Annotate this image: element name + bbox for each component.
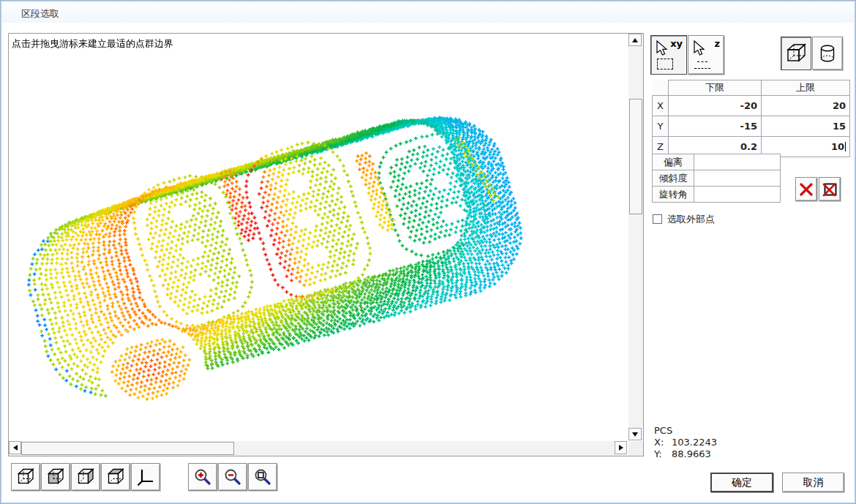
section-select-dialog: 区段选取 点击并拖曳游标来建立最适的点群边界 (0, 0, 856, 504)
view-top-button[interactable] (101, 463, 130, 491)
view-axis-button[interactable] (131, 463, 160, 491)
limits-table: 下限 上限 X -20 20 Y -15 15 Z 0.2 10 (652, 80, 850, 157)
limits-corner-cell (653, 80, 669, 96)
select-outer-points-checkbox[interactable] (653, 214, 662, 224)
zoom-in-icon (193, 467, 212, 486)
xy-dashed-rect-icon (657, 59, 673, 69)
readout-y-line: Y:88.9663 (654, 448, 717, 460)
scroll-up-button[interactable] (628, 34, 642, 46)
clear-selection-button[interactable] (795, 177, 817, 201)
down-arrow-icon (632, 432, 638, 437)
view-iso-button[interactable] (11, 463, 40, 491)
select-xy-button[interactable]: xy (650, 35, 687, 75)
pose-table: 偏离 倾斜度 旋转角 (652, 154, 781, 203)
point-cloud-canvas[interactable] (9, 34, 627, 440)
cube-side-face-icon (76, 467, 95, 486)
cube-front-face-icon (46, 467, 65, 486)
x-lower-field[interactable]: -20 (669, 96, 762, 116)
z-dashed-line-icon (697, 61, 707, 62)
scroll-right-button[interactable] (615, 441, 627, 454)
titlebar[interactable]: 区段选取 (2, 2, 854, 23)
box-bound-button[interactable] (781, 37, 811, 70)
pose-row-offset: 偏离 (653, 154, 781, 170)
dialog-title: 区段选取 (21, 7, 59, 20)
coordinate-readout: PCS X:103.2243 Y:88.9663 (654, 425, 717, 460)
ok-button[interactable]: 确定 (710, 473, 773, 492)
select-outer-points-label: 选取外部点 (667, 213, 715, 226)
offset-field[interactable] (694, 154, 781, 170)
clear-all-button[interactable] (819, 177, 841, 201)
cylinder-icon (816, 42, 838, 64)
y-lower-field[interactable]: -15 (669, 116, 762, 137)
zoom-window-button[interactable] (248, 463, 277, 491)
rotation-field[interactable] (694, 187, 781, 203)
right-arrow-icon (619, 445, 623, 451)
viewport-frame: 点击并拖曳游标来建立最适的点群边界 (8, 33, 644, 456)
cursor-arrow-icon (691, 40, 709, 58)
scroll-left-button[interactable] (9, 441, 21, 454)
axis-label-x: X (653, 96, 669, 116)
select-z-label: z (714, 38, 720, 49)
readout-x-value: 103.2243 (672, 437, 717, 448)
cursor-arrow-icon (654, 40, 672, 58)
scroll-down-button[interactable] (628, 428, 642, 440)
tilt-label: 倾斜度 (653, 170, 694, 187)
offset-label: 偏离 (653, 154, 694, 170)
cube-top-face-icon (106, 467, 125, 486)
horizontal-scrollbar[interactable] (9, 441, 627, 456)
select-z-button[interactable]: z (688, 35, 724, 75)
cancel-button[interactable]: 取消 (782, 473, 844, 492)
up-arrow-icon (632, 38, 638, 42)
axis-icon (136, 467, 155, 486)
pose-row-rotation: 旋转角 (653, 187, 781, 203)
scrollbar-corner (628, 441, 643, 456)
left-arrow-icon (13, 445, 18, 451)
limits-row-x: X -20 20 (653, 96, 850, 116)
vertical-scroll-thumb[interactable] (629, 99, 642, 214)
view-side-button[interactable] (71, 463, 100, 491)
box-icon (785, 42, 807, 64)
zoom-out-button[interactable] (218, 463, 247, 491)
pose-row-tilt: 倾斜度 (653, 170, 781, 187)
limits-row-y: Y -15 15 (653, 116, 850, 137)
y-upper-field[interactable]: 15 (762, 116, 850, 137)
select-xy-label: xy (670, 38, 683, 49)
vertical-scrollbar[interactable] (628, 34, 643, 440)
readout-y-value: 88.9663 (672, 448, 711, 459)
zoom-window-icon (253, 467, 272, 486)
view-front-button[interactable] (41, 463, 70, 491)
zoom-out-icon (223, 467, 242, 486)
text-caret (845, 142, 846, 151)
upper-limit-header: 上限 (762, 80, 850, 96)
cube-wireframe-icon (16, 467, 35, 486)
zoom-in-button[interactable] (188, 463, 217, 491)
viewport-hint: 点击并拖曳游标来建立最适的点群边界 (12, 37, 173, 50)
axis-label-y: Y (653, 116, 669, 137)
coordinate-system-label: PCS (654, 425, 717, 437)
rotation-label: 旋转角 (653, 187, 694, 203)
horizontal-scroll-thumb[interactable] (21, 442, 234, 455)
red-x-icon (798, 181, 814, 198)
cylinder-bound-button[interactable] (812, 37, 843, 70)
red-x-box-icon (822, 181, 838, 198)
z-dashed-line-icon (694, 68, 710, 69)
tilt-field[interactable] (694, 170, 781, 187)
x-upper-field[interactable]: 20 (762, 96, 850, 116)
readout-x-line: X:103.2243 (654, 437, 717, 448)
lower-limit-header: 下限 (669, 80, 762, 96)
